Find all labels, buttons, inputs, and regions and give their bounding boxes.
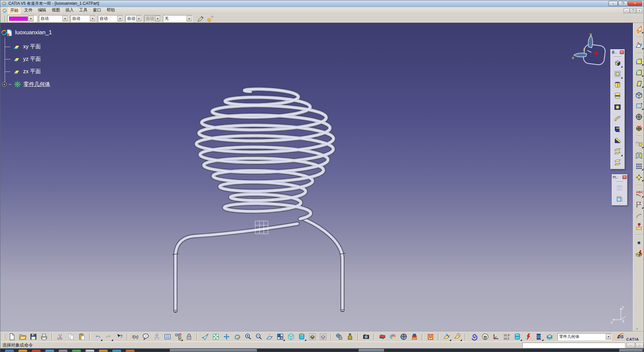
grab-icon[interactable] [480,332,490,341]
more-tools-icon[interactable]: » [636,327,638,331]
view-arrow-icon[interactable] [634,211,644,220]
chevron-down-icon[interactable]: ▼ [28,16,34,21]
chevron-down-icon[interactable]: ▼ [155,16,160,21]
panel-grip[interactable] [616,180,623,181]
panel-title-bar[interactable]: 约.. x [612,174,627,180]
rib-icon[interactable] [612,113,623,123]
color-combo[interactable]: ▼ [7,15,37,22]
rotate-icon[interactable] [232,332,242,341]
view-compass[interactable]: y z x [571,32,611,72]
target-map-icon[interactable] [399,332,409,341]
taskbar-item-4[interactable] [45,350,54,352]
chevron-down-icon[interactable]: ▼ [186,16,192,21]
flyout-arrow-icon[interactable] [642,108,643,110]
close-icon[interactable]: x [620,50,624,54]
redo-icon[interactable] [104,332,113,341]
taskbar-item-6[interactable] [72,350,81,352]
flyout-arrow-icon[interactable] [449,339,451,341]
camera-icon[interactable] [361,332,371,341]
menu-8[interactable]: 帮助 [104,7,118,14]
swirl-icon[interactable] [470,332,479,341]
flyout-arrow-icon[interactable] [101,339,102,341]
ink-icon[interactable] [345,332,355,341]
mirror-icon[interactable] [634,151,644,160]
sketcher-icon[interactable] [634,41,644,50]
flyout-arrow-icon[interactable] [642,75,643,77]
sheet-copy-icon[interactable] [452,332,462,341]
taskbar-item-8[interactable] [99,350,108,352]
flyout-arrow-icon[interactable] [542,339,543,341]
normal-view-icon[interactable] [265,332,274,341]
shell-icon[interactable] [634,90,644,99]
fx-icon[interactable]: f(x) [130,332,140,341]
copy-icon[interactable] [66,332,76,341]
loft-icon[interactable] [612,146,623,157]
chamfer-icon[interactable] [634,68,644,77]
power-input[interactable] [522,343,625,348]
knowledge-flash-icon[interactable] [523,332,533,341]
fit-all-icon[interactable] [211,332,221,341]
tree-item-plane-3[interactable]: zx 平面 [5,68,41,75]
flyout-arrow-icon[interactable] [642,196,643,197]
axis-sys-icon[interactable] [491,332,501,341]
flyout-arrow-icon[interactable] [111,339,113,341]
quad-view-icon[interactable] [275,332,285,341]
chevron-down-icon[interactable]: ▼ [606,334,611,340]
scale-icon[interactable] [634,173,644,182]
flyout-arrow-icon[interactable] [283,339,285,341]
paste-icon[interactable] [77,332,87,341]
fly-icon[interactable] [200,332,210,341]
material-icon[interactable] [634,222,644,231]
person-icon[interactable] [152,332,162,341]
taskbar-window-3[interactable] [619,349,643,352]
menu-1[interactable]: 开始 [7,7,21,14]
flyout-arrow-icon[interactable] [642,86,643,88]
flyout-arrow-icon[interactable] [642,146,643,148]
tree-item-plane-1[interactable]: xy 平面 [5,43,41,50]
graphic-combo-3[interactable]: 自动▼ [98,15,123,22]
pattern-icon[interactable] [634,162,644,171]
taskbar-item-7[interactable] [86,350,94,352]
fillet-icon[interactable] [634,57,644,66]
tree-partbody-label[interactable]: 零件几何体 [23,81,50,88]
list-icon[interactable] [534,332,544,341]
tree-item-partbody[interactable]: + 零件几何体 [2,80,50,88]
speech-icon[interactable] [141,332,151,341]
flyout-arrow-icon[interactable] [621,77,623,79]
contact-constraint-icon[interactable] [614,194,625,204]
groove-icon[interactable] [612,91,623,101]
cyl-part-icon[interactable] [513,332,522,341]
menu-4[interactable]: 视图 [49,7,63,14]
clamp-icon[interactable] [410,332,419,341]
taskbar-item-5[interactable] [59,350,67,352]
panel-title-bar[interactable]: 基.. x [610,49,625,55]
menu-6[interactable]: 工具 [76,7,90,14]
close-button[interactable]: × [628,1,642,6]
thread-icon[interactable] [634,113,644,121]
select-arrow-icon[interactable] [634,25,644,34]
remove-face-icon[interactable] [634,124,644,132]
toolbar-grip[interactable] [3,16,4,21]
cut-icon[interactable] [55,332,65,341]
close-icon[interactable]: x [623,175,627,179]
stiffener-icon[interactable] [612,135,623,145]
iso-view-icon[interactable] [286,332,296,341]
taskbar-window-2[interactable] [359,349,384,352]
abc-icon[interactable]: ABC [634,189,644,198]
flyout-arrow-icon[interactable] [642,169,643,170]
status-button-2[interactable]: ⌁ [636,343,644,348]
draft-icon[interactable] [634,79,644,88]
graphic-combo-4[interactable]: 自动▼ [125,15,142,22]
zoom-out-icon[interactable] [254,332,264,341]
lightning-box-icon[interactable] [634,250,644,258]
mdi-restore-button[interactable]: ❐ [630,8,636,13]
chevron-down-icon[interactable]: ▼ [136,16,142,21]
zoom-in-icon[interactable] [243,332,253,341]
menu-5[interactable]: 插入 [63,7,76,14]
panel-grip[interactable] [614,55,621,56]
flyout-arrow-icon[interactable] [642,48,643,49]
slot-icon[interactable] [612,124,623,134]
hole-icon[interactable] [612,102,623,112]
menu-7[interactable]: 窗口 [90,7,104,14]
status-button-1[interactable]: ⌁ [626,343,635,348]
